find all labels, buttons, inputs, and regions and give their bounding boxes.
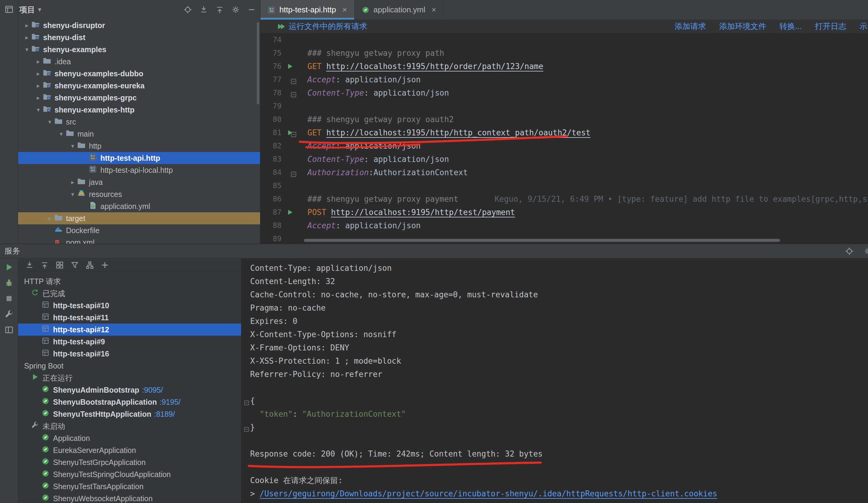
fold-marker-icon[interactable] bbox=[290, 89, 297, 102]
project-tree-row[interactable]: mpom.xml bbox=[18, 236, 260, 244]
chevron-down-icon[interactable]: ▾ bbox=[22, 46, 31, 53]
project-tree-row[interactable]: ▸target bbox=[18, 212, 260, 224]
run-all-requests-icon[interactable] bbox=[277, 23, 289, 30]
service-port-link[interactable]: :8189/ bbox=[154, 410, 175, 419]
chevron-right-icon[interactable]: ▸ bbox=[68, 178, 77, 186]
editor-line[interactable]: 88Accept: application/json bbox=[260, 219, 868, 232]
group-icon[interactable] bbox=[55, 261, 64, 269]
project-tree-row[interactable]: ▾shenyu-examples bbox=[18, 43, 260, 55]
chevron-right-icon[interactable]: ▸ bbox=[34, 82, 43, 89]
chevron-right-icon[interactable]: ▸ bbox=[34, 58, 43, 65]
http-client-link[interactable]: 添加请求 bbox=[674, 21, 706, 32]
add-icon[interactable] bbox=[101, 261, 109, 269]
run-request-gutter-icon[interactable] bbox=[281, 60, 298, 73]
chevron-right-icon[interactable]: ▸ bbox=[22, 22, 31, 29]
editor-tab[interactable]: http-test-api.http× bbox=[260, 0, 354, 20]
run-all-requests-label[interactable]: 运行文件中的所有请求 bbox=[289, 21, 367, 32]
chevron-down-icon[interactable]: ▾ bbox=[34, 106, 43, 113]
service-port-link[interactable]: :9195/ bbox=[159, 398, 180, 407]
project-panel-title[interactable]: 项目 bbox=[19, 4, 35, 15]
service-row[interactable]: ShenyuTestHttpApplication:8189/ bbox=[18, 408, 241, 420]
code-editor[interactable]: 7475### shengyu getway proxy path76GET h… bbox=[260, 33, 868, 244]
editor-line[interactable]: 78Content-Type: application/json bbox=[260, 86, 868, 100]
project-tree-row[interactable]: ▸.idea bbox=[18, 55, 260, 68]
flow-icon[interactable] bbox=[85, 261, 94, 269]
chevron-down-icon[interactable]: ▾ bbox=[68, 142, 77, 150]
run-icon[interactable] bbox=[4, 263, 13, 272]
filter-icon[interactable] bbox=[71, 261, 79, 269]
service-row[interactable]: 正在运行 bbox=[18, 372, 241, 384]
service-row[interactable]: 已完成 bbox=[18, 287, 241, 299]
project-tree-row[interactable]: http-test-api.http bbox=[18, 152, 260, 164]
editor-line[interactable]: 75### shengyu getway proxy path bbox=[260, 47, 868, 60]
service-row[interactable]: ShenyuBootstrapApplication:9195/ bbox=[18, 396, 241, 408]
locate-icon[interactable] bbox=[184, 6, 192, 14]
chevron-right-icon[interactable]: ▸ bbox=[34, 94, 43, 101]
close-icon[interactable]: × bbox=[432, 5, 436, 14]
horizontal-scrollbar[interactable] bbox=[304, 239, 780, 242]
service-row[interactable]: http-test-api#12 bbox=[18, 324, 241, 336]
project-tree-row[interactable]: ▸java bbox=[18, 176, 260, 188]
service-port-link[interactable]: :9095/ bbox=[142, 386, 163, 394]
response-console[interactable]: Content-Type: application/jsonContent-Le… bbox=[241, 258, 868, 503]
fold-marker-icon[interactable] bbox=[290, 129, 297, 142]
project-tree-row[interactable]: ▾resources bbox=[18, 188, 260, 200]
collapse-all-icon[interactable] bbox=[216, 6, 224, 14]
run-request-gutter-icon[interactable] bbox=[281, 206, 298, 219]
editor-line[interactable]: 85 bbox=[260, 179, 868, 192]
editor-line[interactable]: 83Content-Type: application/json bbox=[260, 153, 868, 166]
minimize-icon[interactable] bbox=[247, 6, 256, 14]
locate-icon[interactable] bbox=[845, 247, 854, 255]
wrench-icon[interactable] bbox=[4, 310, 13, 319]
editor-line[interactable]: 76GET http://localhost:9195/http/order/p… bbox=[260, 60, 868, 73]
service-row[interactable]: ShenyuTestTarsApplication bbox=[18, 480, 241, 492]
chevron-right-icon[interactable]: ▸ bbox=[45, 215, 54, 222]
service-row[interactable]: ShenyuTestGrpcApplication bbox=[18, 456, 241, 468]
service-row[interactable]: http-test-api#11 bbox=[18, 311, 241, 324]
expand-all-icon[interactable] bbox=[25, 261, 34, 269]
project-tree-row[interactable]: http-test-api-local.http bbox=[18, 164, 260, 176]
editor-line[interactable]: 77Accept: application/json bbox=[260, 73, 868, 86]
editor-line[interactable]: 89 bbox=[260, 232, 868, 244]
project-tool-window-icon[interactable] bbox=[4, 5, 13, 14]
editor-line[interactable]: 74 bbox=[260, 33, 868, 47]
service-row[interactable]: http-test-api#9 bbox=[18, 336, 241, 348]
http-client-link[interactable]: 示 bbox=[860, 21, 867, 32]
service-row[interactable]: 未启动 bbox=[18, 420, 241, 432]
fold-marker-icon[interactable] bbox=[243, 423, 250, 437]
chevron-down-icon[interactable]: ▾ bbox=[68, 191, 77, 198]
editor-line[interactable]: 81GET http://localhost:9195/http/http_co… bbox=[260, 126, 868, 139]
service-row[interactable]: ShenyuWebsocketApplication bbox=[18, 492, 241, 503]
services-panel-title[interactable]: 服务 bbox=[4, 246, 20, 256]
chevron-right-icon[interactable]: ▸ bbox=[34, 70, 43, 77]
editor-line[interactable]: 84Authorization:AuthorizationContext bbox=[260, 166, 868, 179]
service-row[interactable]: EurekaServerApplication bbox=[18, 444, 241, 456]
service-row[interactable]: HTTP 请求 bbox=[18, 275, 241, 287]
project-tree-row[interactable]: ▾shenyu-examples-http bbox=[18, 104, 260, 116]
chevron-down-icon[interactable]: ▾ bbox=[45, 118, 54, 125]
bug-icon[interactable] bbox=[4, 278, 13, 287]
expand-all-icon[interactable] bbox=[199, 6, 208, 14]
http-client-link[interactable]: 添加环境文件 bbox=[719, 21, 766, 32]
service-row[interactable]: ShenyuAdminBootstrap:9095/ bbox=[18, 384, 241, 396]
editor-tab[interactable]: application.yml× bbox=[354, 0, 444, 20]
editor-line[interactable]: 79 bbox=[260, 100, 868, 113]
editor-line[interactable]: 80### shengyu getway proxy oauth2 bbox=[260, 113, 868, 126]
service-row[interactable]: Application bbox=[18, 432, 241, 444]
chevron-down-icon[interactable]: ▾ bbox=[56, 130, 66, 137]
stop-icon[interactable] bbox=[4, 294, 13, 303]
editor-line[interactable]: 82Accept: application/json bbox=[260, 139, 868, 153]
layout-icon[interactable] bbox=[4, 325, 13, 335]
project-tree-row[interactable]: ▸shenyu-examples-eureka bbox=[18, 80, 260, 92]
http-client-link[interactable]: 转换... bbox=[779, 21, 802, 32]
fold-marker-icon[interactable] bbox=[243, 397, 250, 410]
service-row[interactable]: http-test-api#16 bbox=[18, 348, 241, 360]
editor-line[interactable]: 87POST http://localhost:9195/http/test/p… bbox=[260, 206, 868, 219]
project-tree-row[interactable]: ▸shenyu-dist bbox=[18, 31, 260, 43]
service-row[interactable]: http-test-api#10 bbox=[18, 299, 241, 311]
project-tree-row[interactable]: ▸shenyu-examples-grpc bbox=[18, 92, 260, 104]
http-client-link[interactable]: 打开日志 bbox=[815, 21, 846, 32]
project-tree-row[interactable]: ▾main bbox=[18, 128, 260, 140]
collapse-all-icon[interactable] bbox=[40, 261, 49, 269]
service-row[interactable]: Spring Boot bbox=[18, 360, 241, 372]
